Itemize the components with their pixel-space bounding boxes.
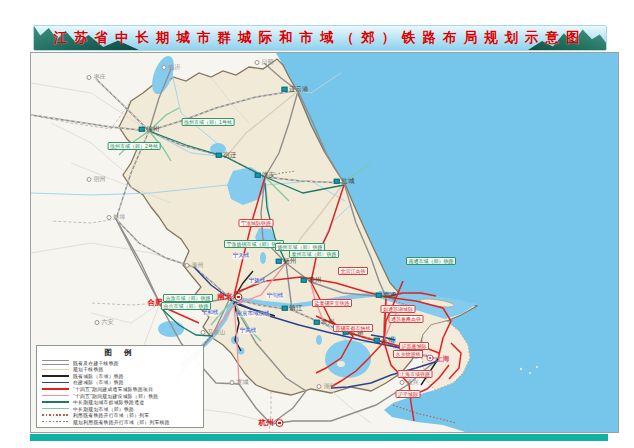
city-marker-icon: [87, 75, 92, 80]
city-marker-icon: [282, 86, 288, 92]
city-marker-icon: [427, 355, 434, 362]
railway-line-label: 上海市域铁路: [398, 370, 433, 378]
city-label: 宿州: [87, 176, 106, 182]
railway-line-label: 泰州市域（郊）铁路: [289, 250, 339, 258]
legend-swatch-icon: [42, 380, 69, 384]
city-marker-icon: [95, 320, 100, 325]
city-label: 常州: [314, 319, 335, 326]
city-marker-icon: [376, 292, 382, 298]
city-label: 湖州: [317, 383, 336, 389]
legend-label: 中长期规划城市群城际铁路通道: [73, 399, 144, 405]
railway-line-label: 宁高线: [239, 328, 257, 334]
city-name: 嘉兴: [407, 379, 419, 385]
city-marker-icon: [87, 177, 92, 182]
city-label: 临沂: [162, 64, 181, 70]
city-label: 杭州: [259, 419, 284, 427]
city-label: 滁州: [185, 262, 204, 268]
city-label: 镇江: [282, 305, 303, 312]
city-marker-icon: [162, 65, 167, 70]
city-marker-icon: [107, 215, 112, 220]
city-name: 连云港: [289, 86, 309, 93]
city-label: 盐城: [334, 178, 355, 185]
city-marker-icon: [216, 152, 222, 158]
railway-line-label: 合淮市域（郊）铁路: [163, 294, 213, 302]
city-name: 徐州: [146, 126, 159, 133]
city-name: 镇江: [289, 305, 302, 312]
legend: 图 例 既有及在建干线铁路规划干线铁路既有城际（市域）铁路在建城际（市域）铁路“…: [36, 345, 204, 428]
city-name: 苏州: [381, 337, 394, 344]
legend-swatch-icon: [42, 374, 69, 378]
railway-line-label: 北沿江高铁: [338, 267, 368, 275]
city-marker-icon: [235, 293, 243, 301]
legend-item: 规划利用既有铁路开行市域（郊）列车线路: [42, 418, 199, 425]
city-name: 六安: [102, 319, 114, 325]
city-label: 宣城: [230, 379, 249, 385]
city-name: 日照: [262, 59, 274, 65]
city-name: 南通: [383, 292, 396, 299]
legend-label: 在建城际（市域）铁路: [73, 379, 124, 385]
city-marker-icon: [230, 380, 235, 385]
city-label: 枣庄: [87, 74, 106, 80]
city-name: 泰州: [308, 277, 321, 284]
footer-strip: [30, 434, 608, 441]
city-marker-icon: [139, 126, 145, 132]
railway-line-label: 如通苏湖城际: [381, 305, 416, 313]
city-label: 连云港: [282, 86, 309, 93]
city-label: 日照: [255, 59, 274, 65]
legend-label: 既有及在建干线铁路: [73, 360, 119, 366]
city-marker-icon: [201, 330, 206, 335]
legend-swatch-icon: [42, 420, 69, 424]
legend-swatch-icon: [42, 387, 69, 391]
railway-line-label: 宁句线: [266, 293, 284, 299]
railway-line-label: 徐州市域（郊）1号线: [182, 118, 235, 126]
railway-line-label: 南通市域（郊）铁路: [406, 257, 456, 265]
city-name: 滁州: [192, 262, 204, 268]
railway-line-label: 沪苏嘉城际: [399, 342, 429, 350]
city-name: 扬州: [283, 258, 296, 265]
railway-line-label: 苏锡常都市快线: [333, 324, 373, 332]
legend-label: “十四五”期间规划建设城际（郊）铁路: [73, 393, 158, 399]
legend-label: 利用既有铁路开行市域（郊）列车: [73, 412, 149, 418]
city-marker-icon: [317, 384, 322, 389]
city-label: 苏州: [374, 337, 395, 344]
city-marker-icon: [282, 305, 288, 311]
legend-swatch-icon: [42, 394, 69, 398]
city-label: 六安: [95, 319, 114, 325]
city-name: 马鞍山: [208, 329, 226, 335]
legend-label: 规划利用既有铁路开行市域（郊）列车线路: [73, 419, 170, 425]
city-marker-icon: [276, 419, 284, 427]
city-label: 泰州: [301, 277, 322, 284]
city-marker-icon: [255, 172, 261, 178]
title-banner: 江苏省中长期城市群城际和市域（郊）铁路布局规划示意图: [33, 25, 607, 51]
city-name: 枣庄: [94, 74, 106, 80]
city-name: 临沂: [169, 64, 181, 70]
city-label: 淮安: [255, 172, 276, 179]
city-name: 宿州: [94, 176, 106, 182]
city-name: 蚌埠: [114, 214, 126, 220]
city-name: 上海: [436, 355, 450, 362]
railway-line-label: 宁和线: [201, 310, 219, 316]
legend-swatch-icon: [42, 407, 69, 411]
city-label: 嘉兴: [400, 379, 419, 385]
city-name: 盐城: [341, 178, 354, 185]
railway-line-label: 盐泰锡常宜铁路: [312, 299, 352, 307]
railway-line-label: 沪平城际: [396, 390, 421, 398]
railway-line-label: 宁淮城际铁路: [239, 219, 274, 227]
legend-title: 图 例: [42, 348, 199, 358]
legend-label: 中长期规划市域（郊）铁路: [73, 406, 134, 412]
railway-line-label: 宁天线: [232, 253, 250, 259]
railway-line-label: 通苏嘉甬高铁: [389, 315, 424, 323]
legend-swatch-icon: [42, 367, 69, 371]
city-marker-icon: [334, 178, 340, 184]
legend-label: 规划干线铁路: [73, 366, 104, 372]
city-marker-icon: [255, 60, 260, 65]
city-label: 宿迁: [216, 152, 237, 159]
legend-label: 既有城际（市域）铁路: [73, 373, 124, 379]
city-name: 湖州: [324, 383, 336, 389]
legend-label: “十四五”期间建成通车城际铁路项目: [73, 386, 153, 392]
city-label: 蚌埠: [107, 214, 126, 220]
city-label: 马鞍山: [201, 329, 226, 335]
city-marker-icon: [374, 337, 380, 343]
city-name: 杭州: [259, 419, 274, 427]
railway-line-label: 南京市域快线: [236, 311, 270, 317]
